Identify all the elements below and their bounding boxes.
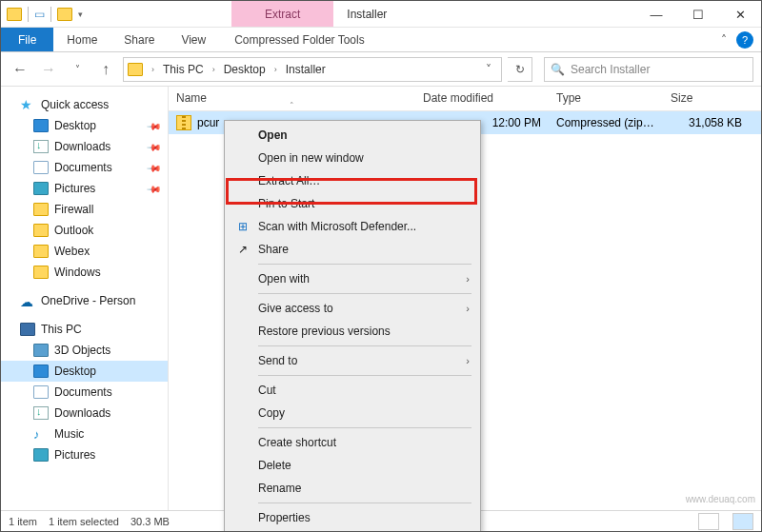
- qat-newfolder-icon[interactable]: [57, 8, 72, 21]
- sidebar-item-documents[interactable]: Documents: [1, 382, 168, 403]
- chevron-right-icon: ›: [466, 355, 470, 366]
- sidebar-item-desktop[interactable]: Desktop📌: [1, 115, 168, 136]
- breadcrumb-seg-desktop[interactable]: Desktop: [220, 63, 270, 76]
- tab-view[interactable]: View: [168, 28, 219, 51]
- music-icon: ♪: [33, 427, 49, 441]
- ctx-give-access[interactable]: Give access to›: [228, 297, 477, 320]
- status-size: 30.3 MB: [130, 516, 170, 527]
- ctx-open-new-window[interactable]: Open in new window: [228, 147, 477, 169]
- app-folder-icon: [7, 8, 22, 21]
- tab-home[interactable]: Home: [53, 28, 110, 51]
- status-selected: 1 item selected: [49, 516, 119, 527]
- documents-icon: [33, 161, 49, 174]
- search-icon: 🔍: [551, 63, 565, 76]
- ctx-copy[interactable]: Copy: [228, 402, 477, 424]
- tab-share[interactable]: Share: [110, 28, 168, 51]
- column-type[interactable]: Type: [549, 87, 663, 110]
- ctx-share[interactable]: ↗Share: [228, 238, 477, 261]
- ctx-rename[interactable]: Rename: [228, 477, 477, 500]
- column-date[interactable]: Date modified: [415, 87, 549, 110]
- qat-customize-icon[interactable]: ▾: [78, 10, 83, 19]
- tab-compressed-tools[interactable]: Compressed Folder Tools: [219, 28, 380, 51]
- ctx-pin-start[interactable]: Pin to Start: [228, 192, 477, 215]
- close-button[interactable]: ✕: [719, 1, 761, 28]
- ctx-extract-all[interactable]: Extract All…: [228, 169, 477, 192]
- qat-properties-icon[interactable]: ▭: [34, 8, 45, 21]
- file-size: 31,058 KB: [663, 116, 761, 129]
- share-icon: ↗: [235, 242, 251, 257]
- 3dobjects-icon: [33, 344, 49, 357]
- pin-icon: 📌: [147, 181, 162, 196]
- ctx-restore-versions[interactable]: Restore previous versions: [228, 320, 477, 343]
- column-size[interactable]: Size: [663, 87, 761, 110]
- pin-icon: 📌: [147, 118, 162, 133]
- refresh-button[interactable]: ↻: [508, 57, 532, 82]
- breadcrumb[interactable]: › This PC › Desktop › Installer ˅: [123, 57, 502, 82]
- maximize-button[interactable]: ☐: [677, 1, 719, 28]
- nav-back-button[interactable]: ←: [9, 58, 31, 81]
- ctx-create-shortcut[interactable]: Create shortcut: [228, 431, 477, 454]
- breadcrumb-folder-icon: [128, 63, 143, 76]
- downloads-icon: [33, 140, 49, 153]
- chevron-right-icon[interactable]: ›: [149, 65, 157, 74]
- sidebar-item-downloads[interactable]: Downloads📌: [1, 136, 168, 157]
- minimize-button[interactable]: ―: [635, 1, 677, 28]
- help-icon[interactable]: ?: [736, 31, 753, 49]
- ctx-open[interactable]: Open: [228, 124, 477, 147]
- folder-icon: [33, 224, 49, 237]
- pictures-icon: [33, 182, 49, 195]
- sidebar-this-pc[interactable]: This PC: [1, 319, 168, 340]
- ctx-properties[interactable]: Properties: [228, 506, 477, 529]
- sidebar-item-downloads[interactable]: Downloads: [1, 403, 168, 424]
- ctx-open-with[interactable]: Open with›: [228, 267, 477, 290]
- view-large-icons-button[interactable]: [732, 513, 753, 530]
- column-name[interactable]: Name˄: [169, 87, 415, 110]
- sidebar-item-music[interactable]: ♪Music: [1, 424, 168, 444]
- sidebar-item-windows[interactable]: Windows: [1, 262, 168, 283]
- breadcrumb-history-icon[interactable]: ˅: [480, 63, 497, 76]
- menu-separator: [258, 427, 471, 428]
- context-menu: Open Open in new window Extract All… Pin…: [224, 120, 481, 532]
- pin-icon: 📌: [147, 139, 162, 154]
- breadcrumb-seg-thispc[interactable]: This PC: [159, 63, 208, 76]
- menu-separator: [258, 502, 471, 503]
- contextual-tab-header: Extract: [231, 1, 333, 27]
- search-input[interactable]: 🔍 Search Installer: [544, 57, 753, 82]
- sidebar-item-firewall[interactable]: Firewall: [1, 199, 168, 220]
- sidebar-onedrive[interactable]: ☁OneDrive - Person: [1, 290, 168, 311]
- nav-forward-button[interactable]: →: [37, 58, 60, 81]
- tab-file[interactable]: File: [1, 28, 53, 51]
- shield-icon: ⊞: [235, 219, 251, 234]
- file-name: pcur: [197, 116, 219, 129]
- sidebar-item-pictures[interactable]: Pictures📌: [1, 178, 168, 199]
- folder-icon: [33, 266, 49, 279]
- ctx-delete[interactable]: Delete: [228, 454, 477, 477]
- sidebar-item-3dobjects[interactable]: 3D Objects: [1, 340, 168, 361]
- desktop-icon: [33, 119, 49, 132]
- sort-asc-icon: ˄: [176, 101, 407, 110]
- sidebar-quick-access[interactable]: ★Quick access: [1, 94, 168, 115]
- chevron-right-icon[interactable]: ›: [210, 65, 218, 74]
- chevron-right-icon[interactable]: ›: [271, 65, 280, 74]
- ctx-send-to[interactable]: Send to›: [228, 349, 477, 372]
- search-placeholder: Search Installer: [571, 63, 650, 76]
- window-title: Installer: [333, 1, 400, 27]
- ctx-scan-defender[interactable]: ⊞Scan with Microsoft Defender...: [228, 215, 477, 238]
- ribbon-collapse-icon[interactable]: ˄: [712, 28, 736, 51]
- status-item-count: 1 item: [9, 516, 37, 527]
- navigation-pane: ★Quick access Desktop📌 Downloads📌 Docume…: [1, 87, 169, 512]
- nav-up-button[interactable]: ↑: [94, 58, 117, 81]
- ctx-cut[interactable]: Cut: [228, 379, 477, 402]
- menu-separator: [258, 375, 471, 376]
- menu-separator: [258, 345, 471, 346]
- sidebar-item-webex[interactable]: Webex: [1, 241, 168, 262]
- qat-divider: [28, 7, 29, 22]
- sidebar-item-outlook[interactable]: Outlook: [1, 220, 168, 241]
- nav-recent-button[interactable]: ˅: [66, 58, 89, 81]
- sidebar-item-documents[interactable]: Documents📌: [1, 157, 168, 178]
- sidebar-item-desktop[interactable]: Desktop: [1, 361, 168, 382]
- view-details-button[interactable]: [698, 513, 719, 530]
- sidebar-item-pictures[interactable]: Pictures: [1, 444, 168, 465]
- menu-separator: [258, 293, 471, 294]
- breadcrumb-seg-installer[interactable]: Installer: [282, 63, 330, 76]
